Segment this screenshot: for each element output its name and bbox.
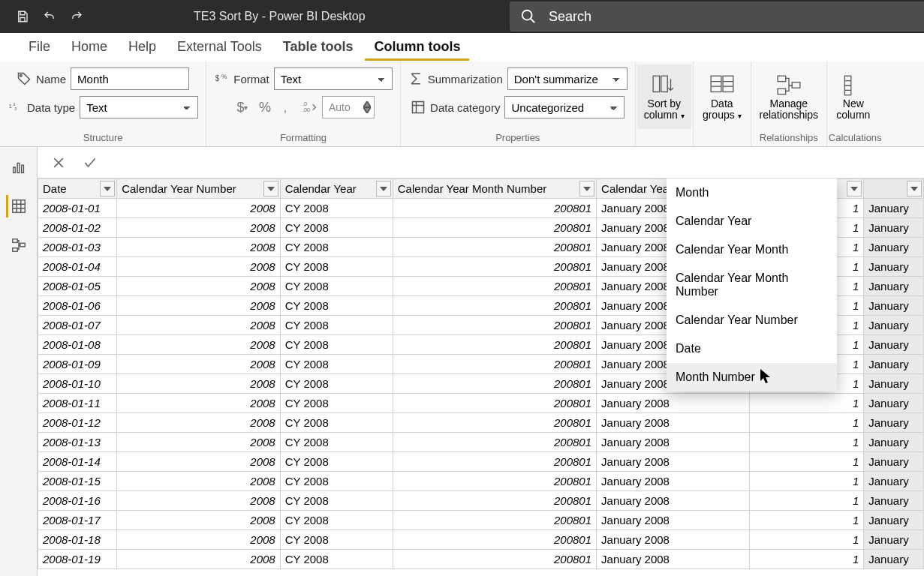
table-cell[interactable]: 2008-01-19 — [38, 550, 117, 569]
table-cell[interactable]: CY 2008 — [280, 530, 393, 550]
percent-button[interactable]: % — [254, 97, 275, 118]
table-cell[interactable]: 2008-01-14 — [38, 452, 117, 472]
table-cell[interactable]: CY 2008 — [280, 277, 393, 296]
sort-menu-item[interactable]: Calendar Year Month — [667, 236, 837, 264]
table-cell[interactable]: 2008-01-17 — [38, 511, 117, 530]
table-row[interactable]: 2008-01-152008CY 2008200801January 20081… — [38, 472, 924, 491]
table-cell[interactable]: January — [864, 296, 924, 316]
table-cell[interactable]: 200801 — [393, 316, 596, 335]
table-cell[interactable]: 2008-01-04 — [38, 257, 117, 277]
data-category-select[interactable]: Uncategorized — [504, 96, 625, 118]
table-cell[interactable]: 2008-01-02 — [38, 218, 117, 238]
formula-accept-button[interactable] — [80, 152, 101, 173]
table-cell[interactable]: 200801 — [393, 374, 596, 394]
table-cell[interactable]: 200801 — [393, 199, 596, 218]
column-header[interactable]: Calendar Year Number — [117, 179, 281, 199]
table-cell[interactable]: January — [864, 472, 924, 491]
table-cell[interactable]: 200801 — [393, 238, 596, 257]
new-column-button[interactable]: Newcolumn — [829, 64, 878, 129]
table-cell[interactable]: January 2008 — [597, 550, 750, 569]
tab-home[interactable]: Home — [61, 33, 118, 61]
decimals-spinner[interactable]: Auto — [322, 96, 375, 118]
table-cell[interactable]: 200801 — [393, 394, 596, 413]
table-cell[interactable]: January 2008 — [597, 511, 750, 530]
table-cell[interactable]: January 2008 — [597, 472, 750, 491]
undo-icon[interactable] — [38, 5, 62, 28]
table-cell[interactable]: 2008 — [117, 374, 281, 394]
table-cell[interactable]: 2008-01-15 — [38, 472, 117, 491]
save-icon[interactable] — [11, 5, 35, 28]
table-cell[interactable]: January — [864, 413, 924, 433]
tab-help[interactable]: Help — [118, 33, 167, 61]
table-cell[interactable]: CY 2008 — [280, 511, 393, 530]
sort-menu-item[interactable]: Calendar Year Number — [667, 306, 837, 334]
table-cell[interactable]: 2008 — [117, 413, 281, 433]
table-cell[interactable]: 1 — [749, 472, 863, 491]
table-cell[interactable]: 2008 — [117, 316, 281, 335]
table-cell[interactable]: 2008-01-01 — [38, 199, 117, 218]
table-cell[interactable]: 200801 — [393, 257, 596, 277]
column-filter-button[interactable] — [263, 181, 278, 196]
table-cell[interactable]: 2008-01-03 — [38, 238, 117, 257]
name-input[interactable] — [71, 68, 189, 90]
table-cell[interactable]: January 2008 — [597, 394, 750, 413]
table-cell[interactable]: 2008 — [117, 257, 281, 277]
table-cell[interactable]: January — [864, 355, 924, 374]
table-cell[interactable]: 200801 — [393, 335, 596, 355]
table-cell[interactable]: 200801 — [393, 277, 596, 296]
table-cell[interactable]: 2008 — [117, 511, 281, 530]
column-filter-button[interactable] — [579, 181, 594, 196]
sort-menu-item[interactable]: Month Number — [667, 363, 837, 392]
table-cell[interactable]: 200801 — [393, 355, 596, 374]
format-select[interactable]: Text — [274, 68, 393, 90]
table-cell[interactable]: January 2008 — [597, 452, 750, 472]
table-row[interactable]: 2008-01-192008CY 2008200801January 20081… — [38, 550, 924, 569]
table-cell[interactable]: 2008-01-12 — [38, 413, 117, 433]
column-header[interactable] — [864, 179, 924, 199]
table-cell[interactable]: 1 — [749, 394, 863, 413]
table-cell[interactable]: 2008 — [117, 394, 281, 413]
table-cell[interactable]: 2008 — [117, 472, 281, 491]
table-cell[interactable]: 200801 — [393, 491, 596, 511]
table-cell[interactable]: 2008 — [117, 199, 281, 218]
tab-column-tools[interactable]: Column tools — [363, 33, 471, 61]
table-cell[interactable]: 2008 — [117, 277, 281, 296]
table-cell[interactable]: CY 2008 — [280, 199, 393, 218]
table-cell[interactable]: 2008 — [117, 355, 281, 374]
table-cell[interactable]: CY 2008 — [280, 413, 393, 433]
table-row[interactable]: 2008-01-112008CY 2008200801January 20081… — [38, 394, 924, 413]
table-cell[interactable]: January — [864, 511, 924, 530]
table-cell[interactable]: 2008 — [117, 238, 281, 257]
table-cell[interactable]: January — [864, 491, 924, 511]
table-row[interactable]: 2008-01-172008CY 2008200801January 20081… — [38, 511, 924, 530]
table-cell[interactable]: CY 2008 — [280, 257, 393, 277]
table-cell[interactable]: CY 2008 — [280, 374, 393, 394]
table-cell[interactable]: 2008-01-11 — [38, 394, 117, 413]
table-cell[interactable]: CY 2008 — [280, 218, 393, 238]
table-cell[interactable]: 2008-01-10 — [38, 374, 117, 394]
table-cell[interactable]: 1 — [749, 550, 863, 569]
table-cell[interactable]: CY 2008 — [280, 491, 393, 511]
table-cell[interactable]: 1 — [749, 530, 863, 550]
table-row[interactable]: 2008-01-132008CY 2008200801January 20081… — [38, 433, 924, 452]
table-cell[interactable]: January — [864, 394, 924, 413]
search-box[interactable]: Search — [510, 2, 924, 32]
table-cell[interactable]: 1 — [749, 491, 863, 511]
table-cell[interactable]: 1 — [749, 452, 863, 472]
table-cell[interactable]: 2008 — [117, 218, 281, 238]
table-cell[interactable]: January — [864, 199, 924, 218]
data-view-button[interactable] — [6, 195, 29, 218]
tab-file[interactable]: File — [18, 33, 61, 61]
table-cell[interactable]: 1 — [749, 413, 863, 433]
table-cell[interactable]: 200801 — [393, 296, 596, 316]
sort-menu-item[interactable]: Date — [667, 334, 837, 363]
table-cell[interactable]: 2008 — [117, 530, 281, 550]
table-cell[interactable]: 2008-01-13 — [38, 433, 117, 452]
table-cell[interactable]: January — [864, 374, 924, 394]
table-cell[interactable]: January — [864, 316, 924, 335]
table-cell[interactable]: CY 2008 — [280, 472, 393, 491]
datatype-select[interactable]: Text — [80, 96, 198, 118]
table-cell[interactable]: January — [864, 335, 924, 355]
table-cell[interactable]: January 2008 — [597, 413, 750, 433]
table-row[interactable]: 2008-01-122008CY 2008200801January 20081… — [38, 413, 924, 433]
